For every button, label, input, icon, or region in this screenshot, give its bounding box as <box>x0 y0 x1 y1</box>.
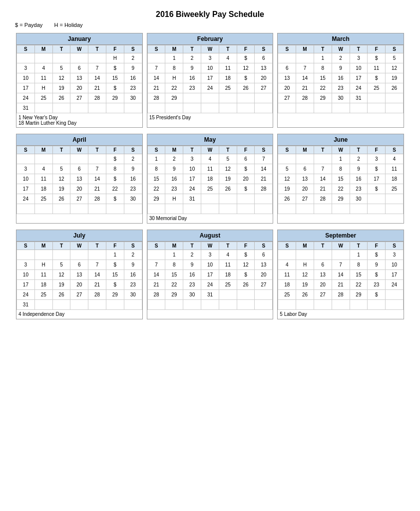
calendar-cell: 5 <box>386 53 404 63</box>
calendar-cell: 17 <box>183 174 201 184</box>
calendar-cell <box>70 250 88 260</box>
calendar-cell: 29 <box>350 290 368 300</box>
day-header: T <box>88 242 106 250</box>
calendar-cell <box>368 300 386 310</box>
calendar-cell: 23 <box>350 184 368 194</box>
calendar-cell <box>17 250 35 260</box>
calendar-cell: 27 <box>278 93 296 103</box>
calendar-cell <box>332 300 350 310</box>
calendar-cell: 1 <box>147 154 165 164</box>
calendar-cell: 6 <box>278 63 296 73</box>
calendar-cell: 3 <box>201 53 219 63</box>
calendar-cell: H <box>106 53 124 63</box>
calendar-cell: 14 <box>88 270 106 280</box>
calendar-cell <box>88 250 106 260</box>
calendar-table: SMTWTFS1234$67891011121314H161718$202122… <box>147 45 273 113</box>
day-header: W <box>70 45 88 53</box>
calendar-cell: 19 <box>52 83 70 93</box>
calendar-cell: 3 <box>386 250 404 260</box>
calendar-cell: 31 <box>350 93 368 103</box>
calendar-cell: 5 <box>52 260 70 270</box>
calendar-cell <box>147 53 165 63</box>
calendar-cell: 18 <box>34 184 52 194</box>
month-section-march: MarchSMTWTFS123$567891011121314151617$19… <box>277 33 404 128</box>
calendar-cell <box>296 300 314 310</box>
calendar-cell: 7 <box>255 154 273 164</box>
calendar-cell: 29 <box>332 194 350 204</box>
calendar-cell: 22 <box>314 83 332 93</box>
calendar-cell <box>278 204 296 214</box>
calendar-cell: 14 <box>314 174 332 184</box>
footnotes: 4 Independence Day <box>16 310 142 319</box>
calendar-cell: 21 <box>88 280 106 290</box>
day-header: S <box>17 242 35 250</box>
calendar-cell: $ <box>237 270 255 280</box>
calendar-cell: 17 <box>17 83 35 93</box>
calendar-cell <box>296 204 314 214</box>
calendar-cell <box>255 194 273 204</box>
month-header: February <box>147 33 273 45</box>
calendar-cell: 11 <box>34 174 52 184</box>
calendar-cell: 20 <box>314 280 332 290</box>
footnotes: 30 Memorial Day <box>147 214 273 223</box>
day-header: S <box>124 242 142 250</box>
calendar-cell: 27 <box>296 194 314 204</box>
calendar-cell: 14 <box>88 73 106 83</box>
calendar-cell: 23 <box>124 83 142 93</box>
calendar-cell <box>368 194 386 204</box>
calendar-cell: 16 <box>350 174 368 184</box>
calendar-cell: 15 <box>350 270 368 280</box>
calendar-cell: 10 <box>201 260 219 270</box>
day-header: T <box>350 146 368 154</box>
calendar-cell: 24 <box>386 280 404 290</box>
calendar-cell <box>17 204 35 214</box>
month-section-april: AprilSMTWTFS$234567891011121314$16171819… <box>16 134 143 224</box>
footnotes <box>147 310 273 319</box>
day-header: S <box>147 242 165 250</box>
calendar-cell: 21 <box>147 83 165 93</box>
calendar-cell: 18 <box>34 280 52 290</box>
calendar-cell: 3 <box>350 53 368 63</box>
calendar-cell <box>386 300 404 310</box>
calendar-cell <box>52 300 70 310</box>
calendar-cell: $ <box>237 53 255 63</box>
calendar-cell: 18 <box>386 174 404 184</box>
calendar-cell: 14 <box>296 73 314 83</box>
calendar-cell: 20 <box>255 73 273 83</box>
calendar-cell: 7 <box>314 164 332 174</box>
day-header: W <box>332 45 350 53</box>
calendar-cell <box>147 250 165 260</box>
calendar-cell: 1 <box>332 154 350 164</box>
calendar-cell: 28 <box>88 290 106 300</box>
calendar-cell <box>296 250 314 260</box>
day-header: M <box>296 242 314 250</box>
calendar-cell: 17 <box>386 270 404 280</box>
day-header: T <box>350 45 368 53</box>
day-header: S <box>386 45 404 53</box>
day-header: S <box>17 45 35 53</box>
calendar-cell: 2 <box>124 250 142 260</box>
calendar-cell: 14 <box>255 164 273 174</box>
calendar-cell: 11 <box>278 270 296 280</box>
calendar-cell: 24 <box>183 184 201 194</box>
footnotes <box>278 113 404 122</box>
calendar-cell <box>350 204 368 214</box>
calendar-cell: 8 <box>165 260 183 270</box>
calendar-cell: 28 <box>314 194 332 204</box>
calendar-cell <box>70 300 88 310</box>
calendar-cell: 5 <box>52 63 70 73</box>
calendar-cell <box>237 290 255 300</box>
calendar-cell: 12 <box>278 174 296 184</box>
calendar-cell: 30 <box>332 93 350 103</box>
calendar-cell: 4 <box>278 260 296 270</box>
calendar-cell: 28 <box>88 194 106 204</box>
calendar-cell <box>106 103 124 113</box>
calendar-cell: 30 <box>124 93 142 103</box>
day-header: F <box>237 146 255 154</box>
calendar-cell: 22 <box>106 184 124 194</box>
calendar-cell <box>70 53 88 63</box>
calendar-cell: 25 <box>278 290 296 300</box>
calendar-cell <box>124 204 142 214</box>
calendar-cell <box>201 194 219 204</box>
calendar-cell <box>314 250 332 260</box>
